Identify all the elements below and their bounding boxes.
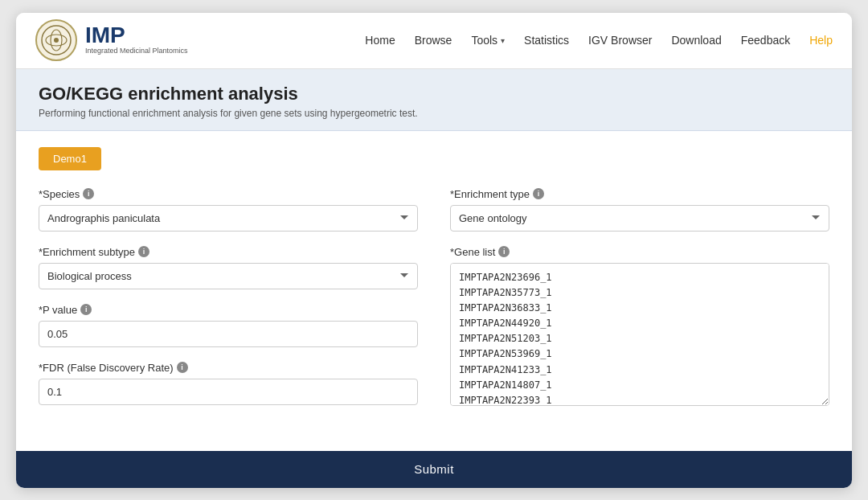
nav-feedback[interactable]: Feedback	[741, 34, 790, 47]
enrichment-type-select[interactable]: Gene ontology	[450, 205, 829, 232]
nav-home[interactable]: Home	[365, 34, 395, 47]
nav-browse[interactable]: Browse	[415, 34, 452, 47]
gene-list-group: *Gene list i	[450, 246, 829, 409]
nav-igv-browser[interactable]: IGV Browser	[588, 34, 652, 47]
logo-area: IMP Integrated Medicinal Plantomics	[35, 19, 188, 61]
form-right: *Enrichment type i Gene ontology *Gene l…	[450, 188, 829, 424]
nav-links: Home Browse Tools ▾ Statistics IGV Brows…	[365, 34, 833, 47]
nav-tools[interactable]: Tools	[471, 34, 497, 47]
fdr-label: *FDR (False Discovery Rate) i	[39, 362, 418, 374]
form-left: *Species i Andrographis paniculata *Enri…	[39, 188, 418, 424]
page-header: GO/KEGG enrichment analysis Performing f…	[16, 69, 852, 131]
fdr-info-icon[interactable]: i	[177, 362, 188, 373]
p-value-info-icon[interactable]: i	[80, 304, 92, 315]
species-label-text: *Species	[39, 188, 80, 200]
nav-statistics[interactable]: Statistics	[524, 34, 569, 47]
fdr-input[interactable]	[39, 379, 418, 405]
p-value-input[interactable]	[39, 321, 418, 347]
p-value-label: *P value i	[39, 304, 418, 316]
enrichment-subtype-group: *Enrichment subtype i Biological process	[39, 246, 418, 289]
enrichment-type-group: *Enrichment type i Gene ontology	[450, 188, 829, 232]
enrichment-subtype-label-text: *Enrichment subtype	[39, 246, 135, 258]
main-content: Demo1 *Species i Andrographis paniculata	[16, 131, 852, 488]
enrichment-subtype-label: *Enrichment subtype i	[39, 246, 418, 258]
tools-dropdown-icon: ▾	[501, 36, 505, 45]
submit-button[interactable]: Submit	[414, 462, 454, 476]
species-label: *Species i	[39, 188, 418, 200]
page-subtitle: Performing functional enrichment analysi…	[39, 108, 829, 119]
page-title: GO/KEGG enrichment analysis	[39, 84, 829, 105]
enrichment-subtype-select[interactable]: Biological process	[39, 263, 418, 289]
nav-help[interactable]: Help	[809, 34, 833, 47]
form-grid: *Species i Andrographis paniculata *Enri…	[39, 188, 829, 424]
logo-subtitle: Integrated Medicinal Plantomics	[85, 47, 188, 56]
navbar: IMP Integrated Medicinal Plantomics Home…	[16, 13, 852, 69]
enrichment-type-label: *Enrichment type i	[450, 188, 829, 200]
species-select[interactable]: Andrographis paniculata	[39, 205, 418, 232]
nav-download[interactable]: Download	[671, 34, 721, 47]
demo1-button[interactable]: Demo1	[39, 147, 101, 170]
gene-list-textarea[interactable]	[450, 263, 829, 406]
fdr-label-text: *FDR (False Discovery Rate)	[39, 362, 174, 374]
species-group: *Species i Andrographis paniculata	[39, 188, 418, 232]
nav-tools-group[interactable]: Tools ▾	[471, 34, 505, 47]
logo-text: IMP Integrated Medicinal Plantomics	[85, 24, 188, 56]
species-info-icon[interactable]: i	[83, 188, 94, 199]
fdr-group: *FDR (False Discovery Rate) i	[39, 362, 418, 405]
enrichment-type-info-icon[interactable]: i	[533, 188, 544, 199]
enrichment-type-label-text: *Enrichment type	[450, 188, 530, 200]
enrichment-subtype-info-icon[interactable]: i	[138, 246, 149, 257]
p-value-group: *P value i	[39, 304, 418, 347]
p-value-label-text: *P value	[39, 304, 77, 316]
logo-imp-text: IMP	[85, 24, 188, 47]
svg-point-3	[54, 38, 59, 43]
gene-list-label: *Gene list i	[450, 246, 829, 258]
app-window: IMP Integrated Medicinal Plantomics Home…	[16, 13, 852, 488]
submit-bar: Submit	[16, 451, 852, 488]
gene-list-info-icon[interactable]: i	[498, 246, 510, 257]
logo-icon	[35, 19, 77, 61]
gene-list-label-text: *Gene list	[450, 246, 495, 258]
